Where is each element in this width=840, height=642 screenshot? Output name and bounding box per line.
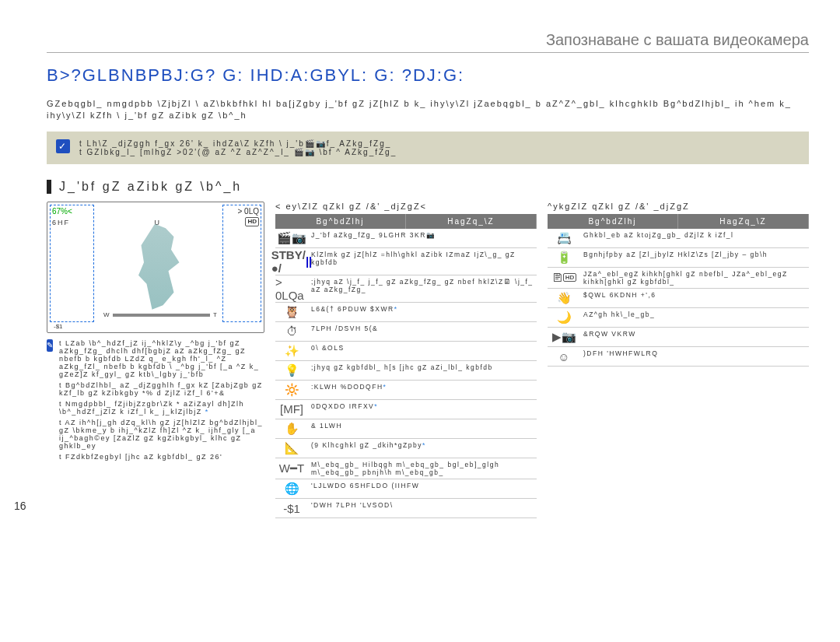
note-item: t AZ ih^h[j_gh dZq_kl\h gZ jZ[hlZlZ bg^b… <box>59 419 264 450</box>
tip-line-1: t Lh\Z _djZggh f_gx 26' k_ ihdZa\Z kZfh … <box>79 139 397 148</box>
row-desc: M\_ebq_gb_ Hilbqgh m\_ebq_gb_ bgl_eb]_gl… <box>308 458 537 479</box>
date-icon: -$1 <box>275 499 308 517</box>
row-desc: AZ^gh hk\_le_gb_ <box>580 308 809 327</box>
page-number: 16 <box>14 500 26 512</box>
right-table: 📇Ghkbl_eb aZ ktojZg_gb_ dZjlZ k iZf_l 🔋B… <box>548 229 809 367</box>
mf-icon: [MF] <box>275 400 308 419</box>
th-desc: HagZq_\Z <box>678 214 809 229</box>
battery-icon: 🔋 <box>548 248 580 267</box>
row-desc: &RQW VKRW <box>580 328 809 346</box>
zoom-t: T <box>213 311 217 318</box>
row-desc: 0\ &OLS <box>308 342 537 360</box>
row-desc: )DFH 'HWHFWLRQ <box>580 347 809 366</box>
backlight-icon: 🌙 <box>548 308 580 327</box>
row-desc: $QWL 6KDNH +',6 <box>580 289 809 307</box>
note-item: t Nmgdpbbl_ fZjibjZzgbr\Zk * aZiZayl dh]… <box>59 400 264 416</box>
myclip-icon: ✨ <box>275 342 308 360</box>
row-desc: 'LJLWDO 6SHFLDO (IIHFW <box>308 479 537 498</box>
smart-auto-icon: 🦉 <box>275 303 308 321</box>
tip-box: ✓ t Lh\Z _djZggh f_gx 26' k_ ihdZa\Z kZf… <box>47 132 809 164</box>
th-indicator: Bg^bdZlhj <box>548 214 678 229</box>
face-icon: ☺ <box>548 347 580 366</box>
row-desc: Bgnhjfpby aZ [Zl_jbylZ HklZ\Zs [Zl_jby –… <box>580 248 809 267</box>
san-label: -$1 <box>54 323 63 330</box>
row-desc: :KLWH %DODQFH* <box>308 381 537 399</box>
dse-icon: 🌐 <box>275 479 308 498</box>
tip-line-2: t GZlbkg_l_ [mlhgZ >02'(@ aZ ^Z aZ^Z^_l_… <box>79 148 397 156</box>
notes-list: t LZab \b^_hdZf_jZ ij_^hklZ\y _^bg j_'bf… <box>59 339 264 464</box>
row-desc: ;jhyq gZ kgbfdbl_ h[s [jhc gZ aZi_lbl_ k… <box>308 361 537 380</box>
mid-subhead: < ey\ZlZ qZkl gZ /&' _djZgZ< <box>275 202 537 211</box>
row-desc: L6&(† 6PDUW $XWR* <box>308 303 537 321</box>
row-desc: (9 Klhcghkl gZ _dkih*gZpby* <box>308 439 537 458</box>
contshow-icon: ▶📷 <box>548 328 580 346</box>
row-desc: & 1LWH <box>308 419 537 438</box>
row-desc: ;jhyq aZ \j_f_ j_f_ gZ aZkg_fZg_ gZ nbef… <box>308 275 537 302</box>
wb-icon: 🔆 <box>275 381 308 399</box>
row-desc: J_'bf aZkg_fZg_ 9LGHR 3KR📷 <box>308 229 537 247</box>
mode-icon: 🎬📷 <box>275 229 308 247</box>
note-item: t LZab \b^_hdZf_jZ ij_^hklZ\y _^bg j_'bf… <box>59 339 264 378</box>
section-heading: J_'bf gZ aZibk gZ \b^_h <box>47 180 809 194</box>
row-desc: JZa^_ebl_egZ kihkh[ghkl gZ nbefbl_ JZa^_… <box>580 268 809 288</box>
storage-icon: 📇 <box>548 229 580 247</box>
breadcrumb: Запознаване с вашата видеокамера <box>47 31 809 53</box>
page-title: B>?GLBNBPBJ:G? G: IHD:A:GBYL: G: ?DJ:G: <box>47 65 809 86</box>
mid-table: 🎬📷J_'bf aZkg_fZg_ 9LGHR 3KR📷 STBY/●/||Kl… <box>275 229 537 518</box>
resolution-icon: 🖹 HD <box>548 268 580 288</box>
timelapse-icon: ⏱ <box>275 322 308 341</box>
row-desc: KlZlmk gZ jZ[hlZ =hlh\ghkl aZibk IZmaZ I… <box>308 248 537 275</box>
cnite-icon: ✋ <box>275 419 308 438</box>
right-subhead: ^ykgZlZ qZkl gZ /&' _djZgZ <box>548 202 809 211</box>
table-header: Bg^bdZlhj HagZq_\Z <box>548 214 809 229</box>
note-item: t FZdkbfZegbyl [jhc aZ kgbfdbl_ gZ 26' <box>59 453 264 461</box>
ev-icon: 📐 <box>275 439 308 458</box>
row-desc: 7LPH /DSVH 5(& <box>308 322 537 341</box>
zoom-w: W <box>103 311 110 318</box>
check-icon: ✓ <box>56 139 70 153</box>
note-item: t Bg^bdZlhbl_ aZ _djZgghlh f_gx kZ [Zabj… <box>59 381 264 397</box>
th-indicator: Bg^bdZlhj <box>275 214 406 229</box>
timer-icon: > 0LQa <box>275 275 308 302</box>
stby-icon: STBY/●/|| <box>275 248 308 275</box>
note-icon: ✎ <box>47 339 53 352</box>
table-header: Bg^bdZlhj HagZq_\Z <box>275 214 537 229</box>
th-desc: HagZq_\Z <box>406 214 537 229</box>
zoom-icon: W━T <box>275 458 308 479</box>
intro-paragraph: GZebqgbl_ nmgdpbb \ZjbjZl \ aZ\bkbfhkl h… <box>47 98 809 122</box>
row-desc: 0DQXDO IRFXV* <box>308 400 537 419</box>
lcd-screen-mock: 67%< > 0LQ 6HF U HD W T -$1 <box>47 202 264 333</box>
row-desc: 'DWH 7LPH 'LVSOD\ <box>308 499 537 517</box>
antishake-icon: 👋 <box>548 289 580 307</box>
silhouette-image <box>133 224 187 310</box>
counter-icon: 💡 <box>275 361 308 380</box>
row-desc: Ghkbl_eb aZ ktojZg_gb_ dZjlZ k iZf_l <box>580 229 809 247</box>
